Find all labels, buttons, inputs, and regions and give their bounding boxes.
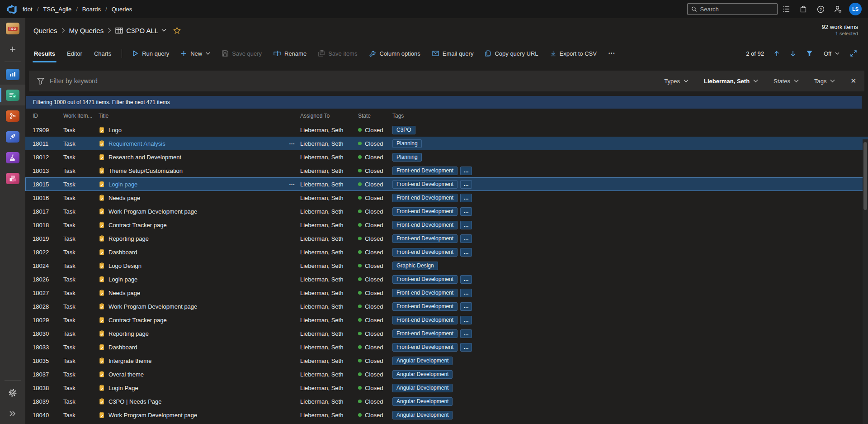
my-queries-breadcrumb-link[interactable]: My Queries [69, 27, 104, 34]
types-filter-dropdown[interactable]: Types [664, 78, 689, 85]
table-row[interactable]: 18011 Task Requirement Analysis ••• Lieb… [25, 137, 868, 150]
breadcrumb-project[interactable]: TSG_Agile [43, 6, 71, 13]
work-item-title-link[interactable]: C3PO | Needs Page [108, 398, 162, 405]
table-row[interactable]: 18037 Task Overal theme ••• Lieberman, S… [25, 367, 868, 381]
column-header-title[interactable]: Title [99, 113, 289, 119]
tag-overflow-chip[interactable]: … [460, 329, 472, 338]
work-item-title-link[interactable]: Research and Development [108, 154, 181, 161]
table-row[interactable]: 18028 Task Work Program Development page… [25, 300, 868, 313]
column-options-button[interactable]: Column options [363, 43, 426, 64]
marketplace-button[interactable] [795, 2, 812, 16]
previous-item-button[interactable] [769, 43, 785, 64]
work-item-title-link[interactable]: Login Page [108, 385, 138, 391]
email-query-button[interactable]: Email query [426, 43, 480, 64]
breadcrumb-org[interactable]: fdot [23, 6, 33, 13]
work-item-title-link[interactable]: Contract Tracker page [108, 317, 167, 324]
avatar[interactable]: LS [849, 3, 862, 15]
sidebar-item-test-plans[interactable] [0, 147, 25, 168]
table-row[interactable]: 18018 Task Contract Tracker page ••• Lie… [25, 218, 868, 232]
tab-results[interactable]: Results [28, 43, 61, 64]
column-header-work-item-type[interactable]: Work Item... [63, 113, 99, 119]
work-item-title-link[interactable]: Logo [108, 127, 122, 133]
tag-overflow-chip[interactable]: … [460, 316, 472, 324]
table-row[interactable]: 18013 Task Theme Setup/Customization •••… [25, 164, 868, 177]
work-item-title-link[interactable]: Logo Design [108, 262, 142, 269]
table-row[interactable]: 18038 Task Login Page ••• Lieberman, Set… [25, 381, 868, 395]
table-row[interactable]: 18015 Task Login page ••• Lieberman, Set… [25, 177, 868, 191]
assigned-to-filter-dropdown[interactable]: Lieberman, Seth [704, 78, 758, 85]
row-context-menu-button[interactable]: ••• [289, 182, 300, 186]
tab-editor[interactable]: Editor [61, 43, 88, 64]
copy-query-url-button[interactable]: Copy query URL [479, 43, 544, 64]
column-header-tags[interactable]: Tags [392, 113, 868, 119]
sidebar-item-overview[interactable] [0, 64, 25, 85]
tag-overflow-chip[interactable]: … [460, 221, 472, 229]
tab-charts[interactable]: Charts [88, 43, 117, 64]
work-item-title-link[interactable]: Needs page [108, 195, 140, 201]
tags-filter-dropdown[interactable]: Tags [814, 78, 835, 85]
table-row[interactable]: 18040 Task Work Program Development page… [25, 408, 868, 422]
tag-overflow-chip[interactable]: … [460, 275, 472, 284]
favorite-star-icon[interactable] [173, 27, 181, 34]
work-item-title-link[interactable]: Work Program Development page [108, 303, 197, 310]
table-row[interactable]: 18017 Task Work Program Development page… [25, 205, 868, 218]
run-query-button[interactable]: Run query [127, 43, 175, 64]
table-row[interactable]: 18022 Task Dashboard ••• Lieberman, Seth… [25, 245, 868, 259]
tag-overflow-chip[interactable]: … [460, 167, 472, 175]
table-row[interactable]: 18019 Task Reporting page ••• Lieberman,… [25, 232, 868, 245]
filter-toggle-button[interactable] [801, 43, 818, 64]
table-row[interactable]: 18035 Task Intergrate theme ••• Lieberma… [25, 354, 868, 367]
close-filter-bar-button[interactable]: ✕ [850, 77, 856, 85]
next-item-button[interactable] [785, 43, 801, 64]
work-item-title-link[interactable]: Reporting page [108, 330, 149, 337]
work-item-title-link[interactable]: Requirement Analysis [108, 140, 165, 147]
keyword-filter-input[interactable] [50, 77, 240, 85]
table-row[interactable]: 18033 Task Dashboard ••• Lieberman, Seth… [25, 340, 868, 354]
table-row[interactable]: 18029 Task Contract Tracker page ••• Lie… [25, 313, 868, 327]
column-header-state[interactable]: State [358, 113, 392, 119]
work-item-title-link[interactable]: Reporting page [108, 235, 149, 242]
tag-overflow-chip[interactable]: … [460, 234, 472, 243]
search-input[interactable] [700, 6, 774, 13]
states-filter-dropdown[interactable]: States [774, 78, 799, 85]
table-row[interactable]: 18027 Task Needs page ••• Lieberman, Set… [25, 286, 868, 300]
column-header-assigned-to[interactable]: Assigned To [300, 113, 358, 119]
column-header-id[interactable]: ID [33, 113, 63, 119]
table-row[interactable]: 17909 Task Logo ••• Lieberman, Seth Clos… [25, 123, 868, 137]
help-button[interactable]: ? [812, 2, 829, 16]
scrollbar-thumb[interactable] [863, 142, 867, 210]
breadcrumb-queries[interactable]: Queries [112, 6, 132, 13]
azure-devops-logo-icon[interactable] [7, 4, 17, 14]
tag-overflow-chip[interactable]: … [460, 302, 472, 311]
table-row[interactable]: 18012 Task Research and Development ••• … [25, 150, 868, 164]
work-item-title-link[interactable]: Overal theme [108, 371, 144, 378]
table-row[interactable]: 18016 Task Needs page ••• Lieberman, Set… [25, 191, 868, 205]
row-context-menu-button[interactable]: ••• [289, 142, 300, 146]
keyword-filter-field[interactable] [37, 77, 649, 85]
user-settings-button[interactable] [829, 2, 846, 16]
export-to-csv-button[interactable]: Export to CSV [544, 43, 603, 64]
sidebar-item-project[interactable]: TSG [0, 18, 25, 39]
fullscreen-button[interactable] [845, 43, 862, 64]
new-work-item-button[interactable]: New [175, 43, 216, 64]
work-items-list-button[interactable] [778, 2, 795, 16]
queries-breadcrumb-link[interactable]: Queries [33, 27, 57, 34]
table-row[interactable]: 18030 Task Reporting page ••• Lieberman,… [25, 327, 868, 340]
work-item-title-link[interactable]: Needs page [108, 290, 140, 296]
search-box[interactable] [687, 3, 778, 15]
work-item-title-link[interactable]: Login page [108, 276, 137, 283]
tag-overflow-chip[interactable]: … [460, 343, 472, 352]
tag-overflow-chip[interactable]: … [460, 180, 472, 189]
filtering-info-text[interactable]: Filtering 1000 out of 1471 items. Filter… [33, 99, 170, 105]
tag-overflow-chip[interactable]: … [460, 207, 472, 216]
tag-overflow-chip[interactable]: … [460, 248, 472, 257]
rename-button[interactable]: Rename [268, 43, 312, 64]
work-item-title-link[interactable]: Work Program Development page [108, 208, 197, 215]
vertical-scrollbar[interactable] [863, 139, 868, 424]
sidebar-item-add-project[interactable] [0, 39, 25, 60]
table-row[interactable]: 18026 Task Login page ••• Lieberman, Set… [25, 272, 868, 286]
query-name-dropdown[interactable]: C3PO ALL [115, 27, 166, 34]
sidebar-expand-button[interactable] [0, 403, 25, 424]
sidebar-item-pipelines[interactable] [0, 126, 25, 147]
sidebar-item-artifacts[interactable] [0, 168, 25, 189]
